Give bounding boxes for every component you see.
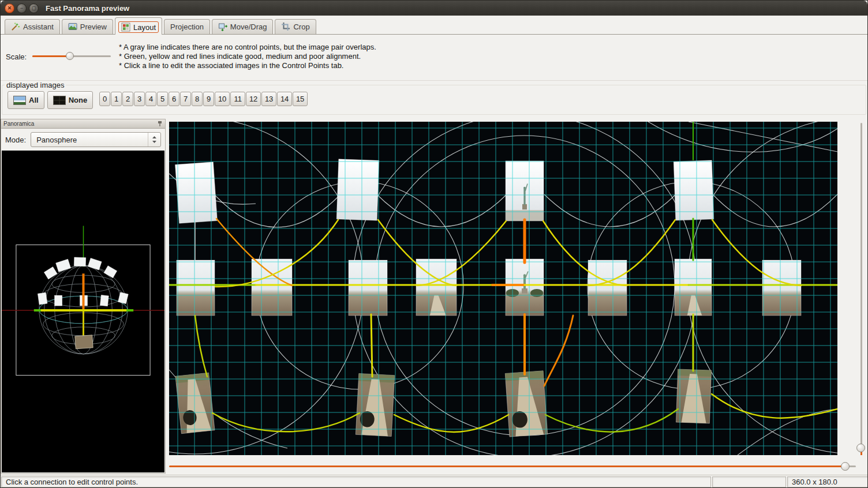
mode-value: Panosphere xyxy=(36,136,77,144)
help-line: * Green, yellow and red lines indicate g… xyxy=(119,52,376,61)
pano-dimensions: 360.0 x 180.0 xyxy=(787,476,868,487)
tab-label: Move/Drag xyxy=(230,22,267,31)
image-toggle-1[interactable]: 1 xyxy=(111,92,122,106)
scale-slider[interactable] xyxy=(32,52,111,61)
image-thumbnail-horizon[interactable] xyxy=(506,259,544,316)
connection-line[interactable] xyxy=(371,314,372,377)
image-thumbnail-horizon[interactable] xyxy=(675,259,712,316)
panosphere-svg xyxy=(2,151,164,472)
image-toggle-13[interactable]: 13 xyxy=(261,92,276,106)
image-thumbnail-ground[interactable] xyxy=(505,371,548,437)
status-bar: Click a connection to edit control point… xyxy=(1,475,868,488)
image-thumbnail-horizon[interactable] xyxy=(588,260,627,316)
minimize-icon: − xyxy=(20,6,23,11)
close-icon: ✕ xyxy=(8,6,12,11)
pane-header[interactable]: Panoramica xyxy=(1,119,165,129)
panoramica-pane: Panoramica Mode: Panosphere xyxy=(1,119,166,474)
assistant-wand-icon xyxy=(11,22,20,31)
image-toggle-15[interactable]: 15 xyxy=(293,92,308,106)
no-images-icon xyxy=(53,96,66,105)
pane-title: Panoramica xyxy=(3,121,34,127)
image-toggle-3[interactable]: 3 xyxy=(134,92,145,106)
pin-icon[interactable] xyxy=(157,121,163,127)
scale-panel: Scale: * A gray line indicates there are… xyxy=(1,35,867,81)
tab-crop[interactable]: Crop xyxy=(275,19,316,34)
scale-help-text: * A gray line indicates there are no con… xyxy=(119,43,376,70)
image-toggle-7[interactable]: 7 xyxy=(180,92,191,106)
displayed-images-label: displayed images xyxy=(5,81,66,89)
image-thumbnail-sky[interactable] xyxy=(336,159,379,220)
mode-dropdown[interactable]: Panosphere xyxy=(31,132,161,147)
panosphere-view[interactable] xyxy=(2,151,164,472)
status-cell-secondary xyxy=(712,476,786,487)
dropdown-arrows-icon xyxy=(148,133,160,147)
titlebar[interactable]: ✕ − ◻ Fast Panorama preview xyxy=(1,1,867,16)
tab-label: Preview xyxy=(80,22,107,31)
horizontal-slider-handle[interactable] xyxy=(841,462,850,471)
tab-label: Assistant xyxy=(23,22,54,31)
maximize-button[interactable]: ◻ xyxy=(29,3,39,13)
image-thumbnail-ground[interactable] xyxy=(175,373,215,434)
tab-assistant[interactable]: Assistant xyxy=(5,19,60,34)
displayed-images-panel: displayed images All None 01234567891011… xyxy=(2,85,866,115)
image-toggle-0[interactable]: 0 xyxy=(99,92,110,106)
image-toggle-12[interactable]: 12 xyxy=(246,92,261,106)
horizontal-slider-track-end xyxy=(849,466,856,467)
scale-slider-fill xyxy=(32,55,70,57)
image-thumbnail-horizon[interactable] xyxy=(762,260,801,316)
fast-panorama-preview-window: ✕ − ◻ Fast Panorama preview Assistant Pr… xyxy=(0,0,868,488)
all-button-label: All xyxy=(29,96,39,104)
vertical-slider-track[interactable] xyxy=(860,123,862,454)
mode-label: Mode: xyxy=(5,136,26,144)
image-toggle-11[interactable]: 11 xyxy=(230,92,245,106)
tab-layout[interactable]: Layout xyxy=(115,17,162,35)
layout-canvas-area[interactable] xyxy=(169,122,837,455)
horizontal-slider-track[interactable] xyxy=(169,466,842,467)
scale-label: Scale: xyxy=(6,52,27,61)
image-toggle-2[interactable]: 2 xyxy=(122,92,133,106)
image-thumbnail-horizon[interactable] xyxy=(416,259,457,316)
scale-slider-handle[interactable] xyxy=(66,52,74,60)
tab-label: Projection xyxy=(170,22,204,31)
crop-icon xyxy=(281,22,290,31)
sphere-ground-thumbnail xyxy=(75,335,93,349)
tab-label: Crop xyxy=(293,22,309,31)
tab-projection[interactable]: Projection xyxy=(164,19,210,34)
image-toggle-4[interactable]: 4 xyxy=(145,92,156,106)
show-none-button[interactable]: None xyxy=(47,91,93,109)
image-toggle-10[interactable]: 10 xyxy=(215,92,230,106)
image-toggle-14[interactable]: 14 xyxy=(277,92,292,106)
image-toggle-5[interactable]: 5 xyxy=(157,92,168,106)
tab-label: Layout xyxy=(133,23,156,32)
help-line: * A gray line indicates there are no con… xyxy=(119,43,376,52)
tab-bar: Assistant Preview Layout Projection xyxy=(1,16,867,35)
vertical-slider-handle[interactable] xyxy=(856,444,865,452)
image-toggle-6[interactable]: 6 xyxy=(169,92,179,106)
tab-preview[interactable]: Preview xyxy=(62,19,113,34)
none-button-label: None xyxy=(69,96,88,104)
layout-canvas[interactable] xyxy=(169,122,837,455)
close-button[interactable]: ✕ xyxy=(5,3,14,13)
window-title: Fast Panorama preview xyxy=(46,4,129,13)
image-thumbnail-ground[interactable] xyxy=(676,369,711,423)
help-line: * Click a line to edit the associated im… xyxy=(119,61,376,70)
maximize-icon: ◻ xyxy=(32,6,36,11)
show-all-button[interactable]: All xyxy=(8,91,44,109)
minimize-button[interactable]: − xyxy=(17,3,27,13)
move-drag-icon xyxy=(218,22,227,31)
tab-move-drag[interactable]: Move/Drag xyxy=(212,19,274,34)
image-toggle-8[interactable]: 8 xyxy=(192,92,203,106)
preview-photo-icon xyxy=(68,22,77,31)
layout-grid-icon xyxy=(121,22,130,32)
image-toggle-9[interactable]: 9 xyxy=(203,92,214,106)
image-thumbnail-ground[interactable] xyxy=(356,373,394,436)
image-thumbnail-horizon[interactable] xyxy=(349,260,387,316)
image-thumbnail-horizon[interactable] xyxy=(177,260,215,316)
image-toggle-row: 0123456789101112131415 xyxy=(99,92,308,106)
all-images-icon xyxy=(13,96,26,105)
status-message: Click a connection to edit control point… xyxy=(1,476,711,487)
